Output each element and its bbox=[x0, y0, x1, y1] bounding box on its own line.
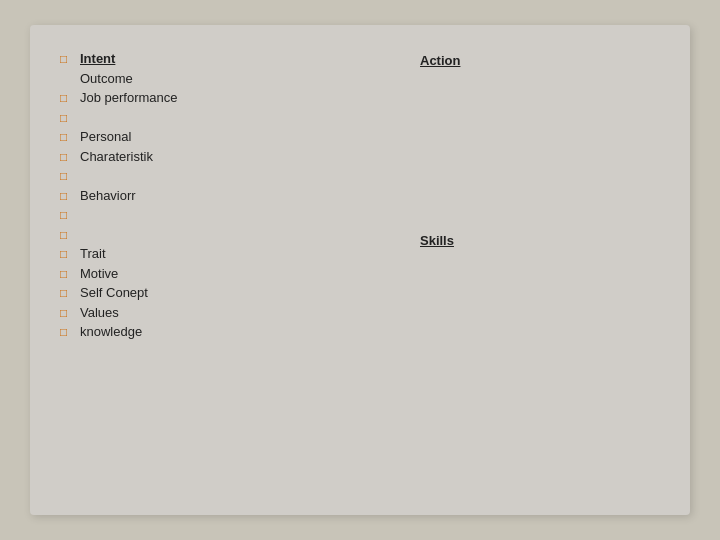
list-item: □ bbox=[60, 166, 660, 186]
list-item: □ Charateristik bbox=[60, 147, 660, 167]
list-item: □ knowledge bbox=[60, 322, 660, 342]
item-knowledge: knowledge bbox=[80, 322, 142, 342]
checkbox-icon: □ bbox=[60, 323, 74, 341]
list-item: □ Values bbox=[60, 303, 660, 323]
list-item: □ Trait bbox=[60, 244, 660, 264]
item-empty1 bbox=[80, 108, 84, 128]
slide: Action Skills □ Intent □ Outcome □ Job p… bbox=[30, 25, 690, 515]
checkbox-icon: □ bbox=[60, 187, 74, 205]
checkbox-icon: □ bbox=[60, 265, 74, 283]
checkbox-icon: □ bbox=[60, 148, 74, 166]
skills-label: Skills bbox=[420, 233, 454, 248]
list-item: □ Intent bbox=[60, 49, 660, 69]
checkbox-icon: □ bbox=[60, 206, 74, 224]
list-item: □ bbox=[60, 108, 660, 128]
list-item: □ Behaviorr bbox=[60, 186, 660, 206]
checkbox-icon: □ bbox=[60, 50, 74, 68]
checkbox-icon: □ bbox=[60, 109, 74, 127]
list-item: □ Self Conept bbox=[60, 283, 660, 303]
item-values: Values bbox=[80, 303, 119, 323]
item-trait: Trait bbox=[80, 244, 106, 264]
list-item: □ bbox=[60, 225, 660, 245]
item-empty2 bbox=[80, 166, 84, 186]
action-label: Action bbox=[420, 53, 460, 68]
checkbox-spacer: □ bbox=[60, 70, 74, 88]
list-item: □ Job performance bbox=[60, 88, 660, 108]
checkbox-icon: □ bbox=[60, 128, 74, 146]
item-empty4 bbox=[80, 225, 84, 245]
list-item: □ bbox=[60, 205, 660, 225]
checkbox-icon: □ bbox=[60, 89, 74, 107]
list-item: □ Personal bbox=[60, 127, 660, 147]
item-motive: Motive bbox=[80, 264, 118, 284]
checkbox-icon: □ bbox=[60, 284, 74, 302]
list-item: □ Motive bbox=[60, 264, 660, 284]
checkbox-icon: □ bbox=[60, 245, 74, 263]
item-self-conept: Self Conept bbox=[80, 283, 148, 303]
checkbox-icon: □ bbox=[60, 304, 74, 322]
checkbox-icon: □ bbox=[60, 226, 74, 244]
item-personal: Personal bbox=[80, 127, 131, 147]
item-outcome: Outcome bbox=[80, 69, 133, 89]
item-behaviorr: Behaviorr bbox=[80, 186, 136, 206]
list-item: □ Outcome bbox=[60, 69, 660, 89]
item-charateristik: Charateristik bbox=[80, 147, 153, 167]
item-job-performance: Job performance bbox=[80, 88, 178, 108]
checkbox-icon: □ bbox=[60, 167, 74, 185]
item-intent: Intent bbox=[80, 49, 115, 69]
item-empty3 bbox=[80, 205, 84, 225]
content-list: □ Intent □ Outcome □ Job performance □ □… bbox=[60, 49, 660, 342]
